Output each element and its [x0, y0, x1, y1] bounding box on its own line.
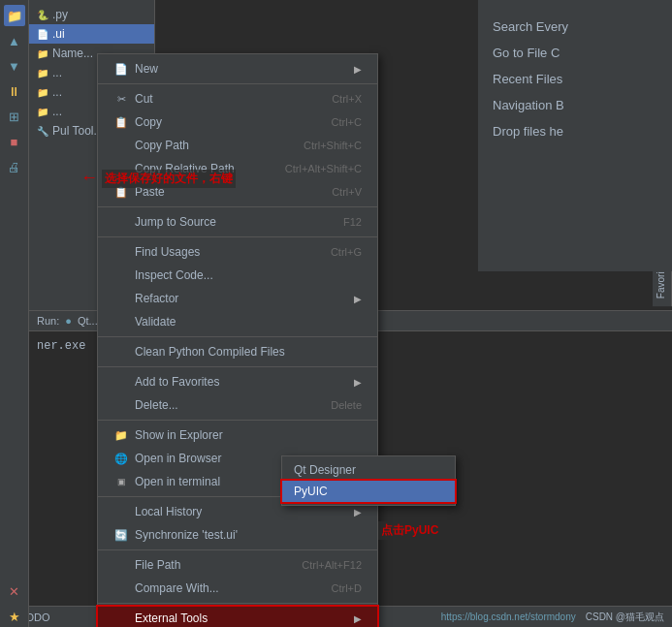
- menu-item-file-path[interactable]: File Path Ctrl+Alt+F12: [98, 553, 377, 577]
- separator-5: [98, 366, 377, 367]
- file-path-icon: [113, 557, 129, 573]
- run-label: Run:: [37, 315, 59, 327]
- terminal-icon: ▣: [113, 474, 129, 489]
- inspect-icon: [113, 267, 129, 283]
- compare-icon: [113, 580, 129, 596]
- ui-icon: 📄: [37, 29, 48, 40]
- status-url: https://blog.csdn.net/stormdony: [441, 611, 576, 622]
- menu-item-copy[interactable]: 📋 Copy Ctrl+C: [98, 110, 377, 134]
- menu-item-refactor[interactable]: Refactor ▶: [98, 287, 377, 310]
- separator-3: [98, 236, 377, 237]
- right-panel-search: Search Every: [493, 19, 657, 34]
- delete-icon: [113, 397, 129, 413]
- menu-item-favorites[interactable]: Add to Favorites ▶: [98, 370, 377, 393]
- favorites-icon: [113, 374, 129, 390]
- menu-item-new[interactable]: 📄 New ▶: [98, 57, 377, 80]
- separator-2: [98, 206, 377, 207]
- new-icon: 📄: [113, 61, 129, 77]
- sidebar: 📁 ▲ ▼ ⏸ ⊞ ■ 🖨 ✕ ★: [0, 0, 29, 627]
- refactor-icon: [113, 291, 129, 306]
- menu-item-external-tools[interactable]: External Tools ▶: [98, 607, 377, 627]
- run-config: Qt...: [78, 315, 98, 327]
- sidebar-icon-stop[interactable]: ■: [4, 131, 25, 152]
- sidebar-icon-folder[interactable]: 📁: [4, 5, 25, 26]
- menu-item-copy-path[interactable]: Copy Path Ctrl+Shift+C: [98, 134, 377, 157]
- right-panel-nav: Navigation B: [493, 98, 657, 112]
- find-icon: [113, 244, 129, 260]
- menu-item-delete[interactable]: Delete... Delete: [98, 393, 377, 417]
- folder-icon-4: 📁: [37, 107, 48, 117]
- right-panel-recent: Recent Files: [493, 72, 657, 86]
- folder-icon-2: 📁: [37, 68, 48, 78]
- validate-icon: [113, 314, 129, 329]
- annotation-chinese-1: 选择保存好的文件，右键: [102, 170, 236, 188]
- menu-item-cut[interactable]: ✂ Cut Ctrl+X: [98, 87, 377, 110]
- sidebar-icon-down[interactable]: ▼: [4, 55, 25, 77]
- py-icon: 🐍: [37, 10, 48, 20]
- external-tools-submenu: Qt Designer PyUIC: [281, 455, 456, 506]
- sidebar-icon-pause[interactable]: ⏸: [4, 80, 25, 102]
- annotation-chinese-2: 点击PyUIC: [378, 521, 441, 540]
- run-dot: ●: [65, 315, 72, 327]
- sync-icon: 🔄: [113, 527, 129, 543]
- context-menu: 📄 New ▶ ✂ Cut Ctrl+X 📋 Copy Ctrl+C Copy …: [97, 53, 378, 627]
- folder-icon-1: 📁: [37, 48, 48, 59]
- menu-item-compare[interactable]: Compare With... Ctrl+D: [98, 577, 377, 600]
- menu-item-jump[interactable]: Jump to Source F12: [98, 210, 377, 234]
- folder-icon-3: 📁: [37, 87, 48, 98]
- file-item-ui[interactable]: 📄 .ui: [29, 24, 154, 44]
- sidebar-icon-grid[interactable]: ⊞: [4, 106, 25, 127]
- explorer-icon: 📁: [113, 427, 129, 443]
- history-icon: [113, 504, 129, 519]
- copy-path-icon: [113, 138, 129, 153]
- status-copyright: CSDN @猫毛观点: [586, 611, 664, 624]
- right-panel-drop: Drop files he: [493, 124, 657, 139]
- submenu-pyuic[interactable]: PyUIC: [282, 481, 455, 502]
- jump-icon: [113, 214, 129, 230]
- separator-9: [98, 603, 377, 604]
- right-panel-goto: Go to File C: [493, 46, 657, 60]
- right-panel: Search Every Go to File C Recent Files N…: [478, 0, 672, 271]
- file-item-py[interactable]: 🐍 .py: [29, 5, 154, 24]
- sidebar-icon-up[interactable]: ▲: [4, 30, 25, 51]
- separator-1: [98, 83, 377, 84]
- menu-item-validate[interactable]: Validate: [98, 310, 377, 333]
- menu-item-clean[interactable]: Clean Python Compiled Files: [98, 340, 377, 363]
- copy-icon: 📋: [113, 114, 129, 130]
- sidebar-icon-close-red[interactable]: ✕: [4, 580, 25, 602]
- menu-item-inspect[interactable]: Inspect Code...: [98, 264, 377, 287]
- console-output: ner.exe: [37, 339, 85, 353]
- menu-item-sync[interactable]: 🔄 Synchronize 'test.ui': [98, 523, 377, 547]
- sidebar-icon-print[interactable]: 🖨: [4, 156, 25, 177]
- submenu-qt-designer[interactable]: Qt Designer: [282, 459, 455, 481]
- tool-icon: 🔧: [37, 126, 48, 137]
- cut-icon: ✂: [113, 91, 129, 107]
- red-arrow-1: ←: [80, 168, 98, 188]
- menu-item-find[interactable]: Find Usages Ctrl+G: [98, 240, 377, 264]
- clean-icon: [113, 344, 129, 360]
- external-tools-icon: [113, 611, 129, 626]
- menu-item-show-explorer[interactable]: 📁 Show in Explorer: [98, 423, 377, 447]
- separator-6: [98, 420, 377, 421]
- sidebar-icon-bookmark[interactable]: ★: [4, 606, 25, 627]
- browser-icon: 🌐: [113, 451, 129, 466]
- separator-8: [98, 549, 377, 550]
- separator-4: [98, 336, 377, 337]
